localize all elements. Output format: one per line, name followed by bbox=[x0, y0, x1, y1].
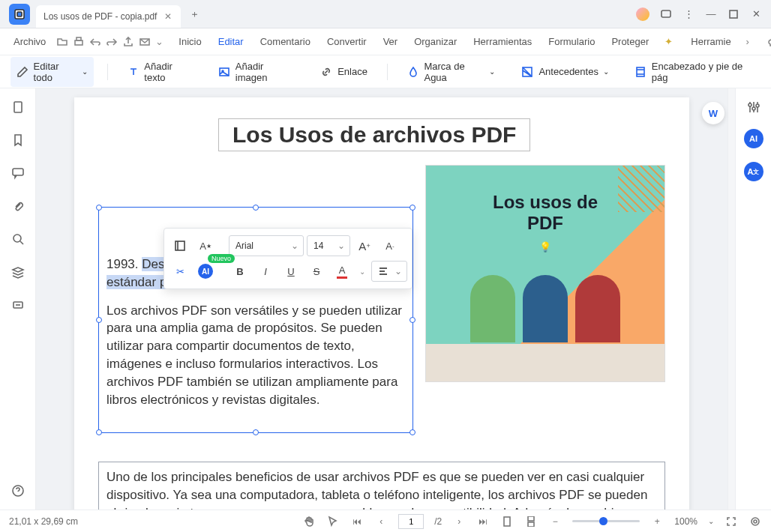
font-size-select[interactable]: 14 bbox=[307, 235, 350, 256]
hand-tool-icon[interactable] bbox=[302, 515, 316, 528]
cut-icon[interactable]: ✂ bbox=[169, 260, 191, 282]
maximize-icon[interactable] bbox=[728, 8, 740, 20]
document-canvas[interactable]: Los Usos de archivos PDF 1993. Desde ent… bbox=[36, 88, 728, 510]
resize-handle[interactable] bbox=[96, 317, 102, 323]
mail-icon[interactable] bbox=[139, 33, 151, 51]
chevron-down-icon[interactable]: ⌄ bbox=[708, 517, 714, 525]
attachment-icon[interactable] bbox=[10, 198, 26, 214]
menu-convertir[interactable]: Convertir bbox=[321, 33, 373, 50]
print-icon[interactable] bbox=[73, 33, 85, 51]
layers-icon[interactable] bbox=[10, 264, 26, 280]
open-icon[interactable] bbox=[56, 33, 68, 51]
redo-icon[interactable] bbox=[106, 33, 118, 51]
resize-handle[interactable] bbox=[410, 317, 416, 323]
main-area: Los Usos de archivos PDF 1993. Desde ent… bbox=[0, 88, 771, 510]
properties-icon[interactable] bbox=[169, 235, 191, 257]
word-export-button[interactable]: W bbox=[702, 102, 724, 124]
font-color-icon[interactable]: A bbox=[331, 260, 353, 282]
align-select[interactable] bbox=[371, 261, 407, 282]
svg-rect-30 bbox=[504, 517, 510, 526]
add-text-button[interactable]: Añadir texto bbox=[122, 57, 200, 87]
resize-handle[interactable] bbox=[410, 429, 416, 435]
zoom-slider[interactable] bbox=[572, 520, 640, 522]
cloud-icon[interactable] bbox=[764, 33, 771, 51]
resize-handle[interactable] bbox=[253, 429, 259, 435]
menu-overflow[interactable]: Herramie bbox=[685, 33, 730, 50]
menu-organizar[interactable]: Organizar bbox=[408, 33, 463, 50]
kebab-menu-icon[interactable]: ⋮ bbox=[682, 8, 694, 20]
text-box-2[interactable]: Uno de los principales beneficios de usa… bbox=[98, 462, 665, 510]
bold-icon[interactable]: B bbox=[229, 260, 251, 282]
first-page-icon[interactable]: ⏮ bbox=[350, 515, 364, 528]
resize-handle[interactable] bbox=[410, 205, 416, 211]
prev-page-icon[interactable]: ‹ bbox=[374, 515, 388, 528]
page-number-input[interactable] bbox=[398, 514, 424, 529]
single-page-icon[interactable] bbox=[500, 515, 514, 528]
chevron-down-icon[interactable]: ⌄ bbox=[356, 267, 368, 276]
edit-all-button[interactable]: Editar todo ⌄ bbox=[10, 57, 94, 87]
sparkle-icon[interactable]: ✦ bbox=[659, 33, 677, 51]
add-tab-button[interactable]: ＋ bbox=[184, 4, 205, 25]
italic-icon[interactable]: I bbox=[254, 260, 277, 282]
close-tab-icon[interactable]: ✕ bbox=[163, 11, 173, 22]
pencil-icon bbox=[16, 65, 29, 79]
select-tool-icon[interactable] bbox=[326, 515, 340, 528]
menu-comentario[interactable]: Comentario bbox=[254, 33, 316, 50]
continuous-page-icon[interactable] bbox=[524, 515, 538, 528]
chevron-down-icon: ⌄ bbox=[489, 67, 495, 76]
undo-icon[interactable] bbox=[89, 33, 101, 51]
menu-herramientas[interactable]: Herramientas bbox=[467, 33, 538, 50]
resize-handle[interactable] bbox=[253, 205, 259, 211]
menu-inicio[interactable]: Inicio bbox=[172, 33, 207, 50]
underline-icon[interactable]: U bbox=[280, 260, 302, 282]
menu-editar[interactable]: Editar bbox=[212, 33, 250, 50]
ai-panel-icon[interactable]: AI bbox=[744, 129, 764, 148]
fit-page-icon[interactable] bbox=[724, 515, 738, 528]
dropdown-icon[interactable]: ⌄ bbox=[155, 33, 164, 51]
file-menu[interactable]: Archivo bbox=[8, 33, 52, 50]
vertical-scrollbar[interactable] bbox=[728, 88, 735, 510]
settings-panel-icon[interactable] bbox=[746, 99, 762, 115]
search-icon[interactable] bbox=[10, 231, 26, 247]
chat-icon[interactable] bbox=[660, 8, 672, 20]
watermark-button[interactable]: Marca de Agua ⌄ bbox=[401, 57, 502, 87]
svg-point-34 bbox=[754, 520, 757, 523]
bookmark-icon[interactable] bbox=[10, 132, 26, 148]
form-field-icon[interactable] bbox=[10, 297, 26, 313]
user-avatar[interactable] bbox=[636, 7, 650, 21]
next-page-icon[interactable]: › bbox=[452, 515, 466, 528]
chevron-right-icon[interactable]: › bbox=[739, 33, 757, 51]
background-button[interactable]: Antecedentes ⌄ bbox=[514, 61, 615, 82]
header-footer-button[interactable]: Encabezado y pie de pág bbox=[628, 57, 760, 87]
link-button[interactable]: Enlace bbox=[314, 61, 374, 82]
zoom-in-icon[interactable]: + bbox=[650, 515, 664, 528]
header-footer-icon bbox=[634, 65, 647, 79]
zoom-out-icon[interactable]: − bbox=[548, 515, 562, 528]
translate-panel-icon[interactable]: A文 bbox=[744, 162, 764, 181]
decrease-font-icon[interactable]: A- bbox=[379, 235, 401, 257]
svg-point-29 bbox=[756, 104, 759, 107]
font-select[interactable]: Arial bbox=[229, 235, 304, 256]
strikethrough-icon[interactable]: S bbox=[305, 260, 328, 282]
ai-button[interactable]: AI Nuevo bbox=[194, 260, 217, 282]
document-tab[interactable]: Los usos de PDF - copia.pdf ✕ bbox=[36, 5, 181, 28]
paragraph-2: Los archivos PDF son versátiles y se pue… bbox=[106, 302, 405, 409]
resize-handle[interactable] bbox=[96, 429, 102, 435]
embedded-image[interactable]: Los usos de PDF 💡 bbox=[425, 165, 665, 382]
last-page-icon[interactable]: ⏭ bbox=[476, 515, 490, 528]
comment-icon[interactable] bbox=[10, 165, 26, 181]
resize-handle[interactable] bbox=[96, 205, 102, 211]
document-title[interactable]: Los Usos de archivos PDF bbox=[218, 118, 530, 151]
increase-font-icon[interactable]: A+ bbox=[353, 235, 376, 257]
read-mode-icon[interactable] bbox=[748, 515, 762, 528]
share-icon[interactable] bbox=[122, 33, 134, 51]
add-image-button[interactable]: Añadir imagen bbox=[212, 57, 300, 87]
ai-icon: AI bbox=[198, 264, 213, 279]
help-icon[interactable] bbox=[10, 483, 26, 499]
menu-ver[interactable]: Ver bbox=[377, 33, 404, 50]
menu-proteger[interactable]: Proteger bbox=[605, 33, 655, 50]
minimize-icon[interactable]: — bbox=[705, 8, 717, 20]
menu-formulario[interactable]: Formulario bbox=[542, 33, 601, 50]
page-thumbnail-icon[interactable] bbox=[10, 99, 26, 115]
close-window-icon[interactable]: ✕ bbox=[750, 8, 762, 20]
